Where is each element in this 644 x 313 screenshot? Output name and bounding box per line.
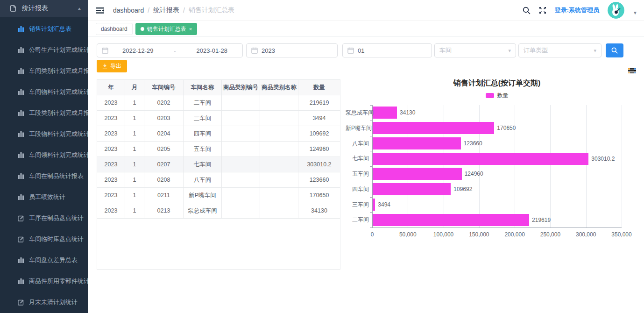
sidebar-item-2[interactable]: 车间类别计划完成月报 [0, 60, 88, 81]
table-cell: 0203 [144, 111, 184, 126]
export-button[interactable]: 导出 [97, 60, 127, 72]
bar-八车间[interactable] [373, 137, 461, 149]
table-cell: 1 [125, 142, 144, 157]
fullscreen-icon[interactable] [539, 7, 546, 14]
tab-1[interactable]: 销售计划汇总表× [135, 23, 197, 35]
table-cell: 1 [125, 172, 144, 188]
date-range-start[interactable]: 2022-12-29 [122, 47, 154, 54]
table-cell: 1 [125, 188, 144, 203]
table-cell [260, 142, 298, 157]
sidebar-item-12[interactable]: 商品件所用零部件统计 [0, 270, 88, 292]
table-cell: 1 [125, 126, 144, 142]
navbar-right: 登录:系统管理员 ▼ [523, 2, 644, 19]
sidebar-item-4[interactable]: 工段类别计划完成月报 [0, 102, 88, 123]
search-icon [611, 47, 618, 54]
legend-marker [486, 93, 494, 98]
table-row[interactable]: 202310203三车间3494 [97, 111, 340, 126]
table-cell: 219619 [298, 95, 340, 111]
bar-泵总成车间[interactable] [373, 107, 397, 119]
avatar-dropdown-caret-icon[interactable]: ▼ [633, 10, 637, 15]
user-avatar[interactable] [608, 2, 624, 19]
table-header-cell: 数量 [298, 80, 340, 95]
gridline [586, 105, 587, 228]
workshop-select[interactable]: 车间 ▾ [434, 43, 516, 57]
table-cell: 2023 [97, 126, 125, 142]
table-row[interactable]: 202310213泵总成车间34130 [97, 203, 340, 219]
search-icon[interactable] [523, 7, 531, 14]
sidebar-item-8[interactable]: 员工绩效统计 [0, 186, 88, 207]
sidebar-item-7[interactable]: 车间在制品统计报表 [0, 165, 88, 186]
table-cell [260, 111, 298, 126]
edit-icon [18, 299, 24, 306]
bar-二车间[interactable] [373, 214, 529, 226]
table-row[interactable]: 202310211新P嘴车间170650 [97, 188, 340, 203]
sidebar-collapse-icon[interactable] [96, 7, 105, 14]
bar-四车间[interactable] [373, 183, 451, 195]
table-header-cell: 车间编号 [144, 80, 184, 95]
order-type-select[interactable]: 订单类型 ▾ [518, 43, 602, 57]
table-header-cell: 月 [125, 80, 144, 95]
table-cell: 二车间 [184, 95, 222, 111]
breadcrumb-item-1[interactable]: 统计报表 [153, 6, 179, 14]
login-user-label[interactable]: 登录:系统管理员 [555, 6, 599, 14]
chart-data-view-icon[interactable] [628, 68, 636, 74]
sidebar-item-6[interactable]: 车间领料计划完成统计 [0, 144, 88, 165]
chevron-down-icon: ▾ [508, 48, 511, 54]
sidebar-item-9[interactable]: 工序在制品盘点统计 [0, 207, 88, 228]
date-range-end[interactable]: 2023-01-28 [197, 47, 228, 54]
table-cell [260, 172, 298, 188]
download-icon [102, 64, 107, 69]
sidebar-item-label: 工序在制品盘点统计 [29, 214, 84, 222]
sidebar-item-3[interactable]: 车间物料计划完成统计 [0, 81, 88, 102]
table-row[interactable]: 202310202二车间219619 [97, 95, 340, 111]
year-picker[interactable]: 2023 [246, 43, 338, 57]
year-value[interactable]: 2023 [262, 47, 275, 54]
order-type-placeholder: 订单类型 [524, 46, 548, 55]
table-cell: 七车间 [184, 157, 222, 172]
month-value[interactable]: 01 [358, 47, 364, 54]
sidebar-item-5[interactable]: 工段物料计划完成统计 [0, 123, 88, 144]
sidebar-item-label: 公司生产计划完成统计 [29, 46, 88, 54]
chart-plot-area: 34130170650123660303010.2124960109692349… [372, 105, 622, 228]
table-cell: 2023 [97, 203, 125, 219]
app-root: 统计报表 ▲ 销售计划汇总表公司生产计划完成统计车间类别计划完成月报车间物料计划… [0, 0, 644, 313]
table-cell [222, 157, 260, 172]
table-row[interactable]: 202310208八车间123660 [97, 172, 340, 188]
sidebar-item-1[interactable]: 公司生产计划完成统计 [0, 39, 88, 60]
sidebar-item-13[interactable]: 月末未清计划统计 [0, 292, 88, 313]
export-button-label: 导出 [110, 62, 121, 70]
sidebar-group-statistics-reports[interactable]: 统计报表 ▲ [0, 0, 88, 17]
chart-legend[interactable]: 数量 [372, 92, 622, 100]
x-tick-label: 100,000 [424, 231, 463, 238]
bar-chart-icon [18, 110, 24, 116]
sales-plan-table: 年月车间编号车间名称商品类别编号商品类别名称数量202310202二车间2196… [97, 79, 340, 270]
bar-chart-icon [18, 68, 24, 74]
bar-三车间[interactable] [373, 199, 375, 211]
sidebar-group-title: 统计报表 [22, 4, 77, 13]
bar-新P嘴车间[interactable] [373, 122, 494, 134]
table-row[interactable]: 202310204四车间109692 [97, 126, 340, 142]
sidebar-item-label: 销售计划汇总表 [29, 25, 71, 33]
tab-close-icon[interactable]: × [189, 26, 192, 32]
bar-chart-icon [18, 173, 24, 179]
sidebar-item-10[interactable]: 车间临时库盘点统计 [0, 228, 88, 249]
x-tick-label: 300,000 [566, 231, 606, 238]
breadcrumb-item-0[interactable]: dashboard [113, 7, 144, 14]
table-cell: 34130 [298, 203, 340, 219]
table-header-cell: 商品类别名称 [260, 80, 298, 95]
table-header-cell: 年 [97, 80, 125, 95]
search-button[interactable] [606, 43, 623, 57]
table-cell [260, 126, 298, 142]
sidebar-item-0[interactable]: 销售计划汇总表 [0, 18, 88, 39]
month-picker[interactable]: 01 [342, 43, 432, 57]
tab-0[interactable]: dashboard [96, 23, 133, 35]
table-cell: 1 [125, 157, 144, 172]
date-range-picker[interactable]: 2022-12-29 - 2023-01-28 [97, 43, 243, 57]
sidebar-item-11[interactable]: 车间盘点差异总表 [0, 249, 88, 270]
table-row[interactable]: 202310207七车间303010.2 [97, 157, 340, 172]
bar-value-label: 123660 [464, 137, 482, 149]
bar-五车间[interactable] [373, 168, 462, 180]
table-row[interactable]: 202310205五车间124960 [97, 142, 340, 157]
bar-七车间[interactable] [373, 153, 588, 165]
sidebar-item-label: 工段物料计划完成统计 [29, 130, 88, 138]
